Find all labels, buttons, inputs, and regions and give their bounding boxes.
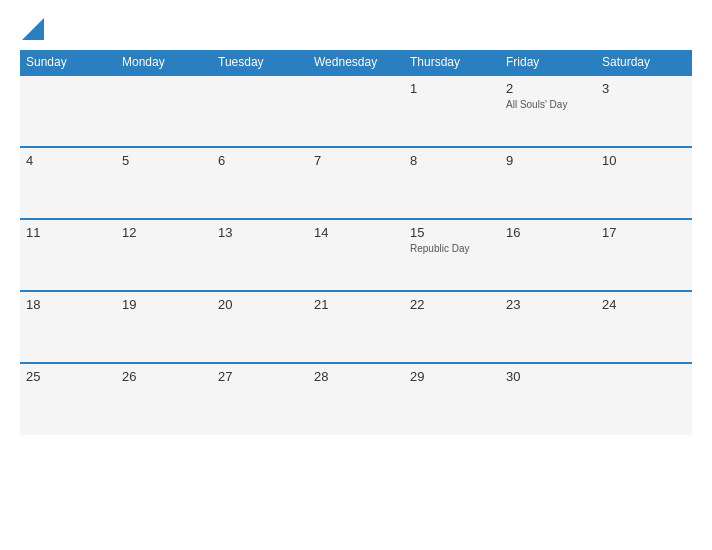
calendar-cell: 9 bbox=[500, 147, 596, 219]
calendar-cell: 14 bbox=[308, 219, 404, 291]
day-number: 9 bbox=[506, 153, 590, 168]
day-number: 11 bbox=[26, 225, 110, 240]
holiday-label: All Souls' Day bbox=[506, 98, 590, 111]
calendar-cell: 6 bbox=[212, 147, 308, 219]
calendar-week-row: 18192021222324 bbox=[20, 291, 692, 363]
calendar-cell: 10 bbox=[596, 147, 692, 219]
calendar-cell: 1 bbox=[404, 75, 500, 147]
calendar-cell: 27 bbox=[212, 363, 308, 435]
calendar-cell: 8 bbox=[404, 147, 500, 219]
day-of-week-header: Thursday bbox=[404, 50, 500, 75]
calendar-cell: 22 bbox=[404, 291, 500, 363]
calendar-header-row: SundayMondayTuesdayWednesdayThursdayFrid… bbox=[20, 50, 692, 75]
calendar-cell: 23 bbox=[500, 291, 596, 363]
calendar-cell: 12 bbox=[116, 219, 212, 291]
holiday-label: Republic Day bbox=[410, 242, 494, 255]
day-number: 4 bbox=[26, 153, 110, 168]
day-number: 5 bbox=[122, 153, 206, 168]
calendar-cell: 29 bbox=[404, 363, 500, 435]
day-number: 12 bbox=[122, 225, 206, 240]
calendar-cell: 16 bbox=[500, 219, 596, 291]
day-number: 20 bbox=[218, 297, 302, 312]
calendar-cell: 3 bbox=[596, 75, 692, 147]
calendar-table: SundayMondayTuesdayWednesdayThursdayFrid… bbox=[20, 50, 692, 435]
day-number: 3 bbox=[602, 81, 686, 96]
day-number: 15 bbox=[410, 225, 494, 240]
day-of-week-header: Monday bbox=[116, 50, 212, 75]
calendar-cell: 5 bbox=[116, 147, 212, 219]
day-of-week-header: Tuesday bbox=[212, 50, 308, 75]
calendar-cell: 28 bbox=[308, 363, 404, 435]
calendar-cell: 24 bbox=[596, 291, 692, 363]
calendar-cell bbox=[212, 75, 308, 147]
calendar-cell: 20 bbox=[212, 291, 308, 363]
calendar-week-row: 1112131415Republic Day1617 bbox=[20, 219, 692, 291]
calendar-cell: 13 bbox=[212, 219, 308, 291]
day-number: 7 bbox=[314, 153, 398, 168]
calendar-cell: 18 bbox=[20, 291, 116, 363]
svg-marker-0 bbox=[22, 18, 44, 40]
day-number: 28 bbox=[314, 369, 398, 384]
day-number: 29 bbox=[410, 369, 494, 384]
day-number: 25 bbox=[26, 369, 110, 384]
day-number: 2 bbox=[506, 81, 590, 96]
day-number: 23 bbox=[506, 297, 590, 312]
day-number: 10 bbox=[602, 153, 686, 168]
calendar-cell: 19 bbox=[116, 291, 212, 363]
calendar-cell: 26 bbox=[116, 363, 212, 435]
day-number: 17 bbox=[602, 225, 686, 240]
calendar-cell: 4 bbox=[20, 147, 116, 219]
day-of-week-header: Friday bbox=[500, 50, 596, 75]
day-number: 30 bbox=[506, 369, 590, 384]
calendar-cell: 7 bbox=[308, 147, 404, 219]
calendar-week-row: 45678910 bbox=[20, 147, 692, 219]
day-number: 1 bbox=[410, 81, 494, 96]
day-number: 21 bbox=[314, 297, 398, 312]
day-of-week-header: Sunday bbox=[20, 50, 116, 75]
day-number: 14 bbox=[314, 225, 398, 240]
day-of-week-header: Wednesday bbox=[308, 50, 404, 75]
day-number: 13 bbox=[218, 225, 302, 240]
calendar-cell: 2All Souls' Day bbox=[500, 75, 596, 147]
day-of-week-header: Saturday bbox=[596, 50, 692, 75]
day-number: 6 bbox=[218, 153, 302, 168]
calendar-cell bbox=[596, 363, 692, 435]
calendar-cell: 11 bbox=[20, 219, 116, 291]
calendar-cell: 25 bbox=[20, 363, 116, 435]
calendar-cell bbox=[116, 75, 212, 147]
day-number: 8 bbox=[410, 153, 494, 168]
day-number: 16 bbox=[506, 225, 590, 240]
logo bbox=[20, 18, 44, 40]
logo-icon bbox=[22, 18, 44, 40]
calendar-cell: 30 bbox=[500, 363, 596, 435]
calendar-cell bbox=[20, 75, 116, 147]
header bbox=[20, 18, 692, 40]
day-number: 26 bbox=[122, 369, 206, 384]
calendar-cell: 15Republic Day bbox=[404, 219, 500, 291]
calendar-cell: 17 bbox=[596, 219, 692, 291]
calendar-week-row: 12All Souls' Day3 bbox=[20, 75, 692, 147]
day-number: 19 bbox=[122, 297, 206, 312]
day-number: 18 bbox=[26, 297, 110, 312]
calendar-week-row: 252627282930 bbox=[20, 363, 692, 435]
calendar-page: SundayMondayTuesdayWednesdayThursdayFrid… bbox=[0, 0, 712, 550]
calendar-cell bbox=[308, 75, 404, 147]
day-number: 22 bbox=[410, 297, 494, 312]
day-number: 27 bbox=[218, 369, 302, 384]
day-number: 24 bbox=[602, 297, 686, 312]
calendar-cell: 21 bbox=[308, 291, 404, 363]
